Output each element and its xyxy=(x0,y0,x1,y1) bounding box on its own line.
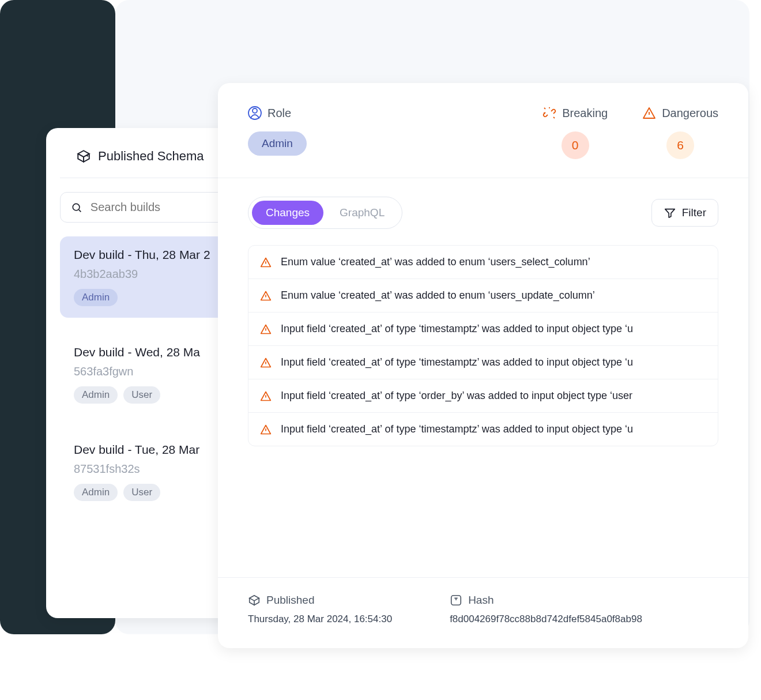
change-list: Enum value ‘created_at’ was added to enu… xyxy=(248,245,718,446)
footer-published: Published Thursday, 28 Mar 2024, 16:54:3… xyxy=(248,594,392,625)
change-text: Input field ‘created_at’ of type ‘timest… xyxy=(281,323,633,335)
role-label: Role xyxy=(268,107,291,120)
svg-point-0 xyxy=(73,204,80,210)
warning-icon xyxy=(260,357,272,368)
change-row[interactable]: Input field ‘created_at’ of type ‘timest… xyxy=(248,413,718,446)
role-tag: Admin xyxy=(74,484,118,501)
published-value: Thursday, 28 Mar 2024, 16:54:30 xyxy=(248,614,392,625)
change-text: Input field ‘created_at’ of type ‘timest… xyxy=(281,423,633,435)
filter-button[interactable]: Filter xyxy=(651,199,718,227)
breaking-count: 0 xyxy=(562,131,589,159)
schema-detail-panel: Role Admin Breaking 0 Dangerous xyxy=(218,83,748,648)
stats-row: Role Admin Breaking 0 Dangerous xyxy=(218,83,748,178)
change-row[interactable]: Enum value ‘created_at’ was added to enu… xyxy=(248,279,718,313)
warning-icon xyxy=(260,257,272,268)
stat-dangerous: Dangerous 6 xyxy=(642,106,718,159)
dangerous-count: 6 xyxy=(666,131,694,159)
warning-icon xyxy=(260,290,272,302)
hash-icon xyxy=(450,594,462,607)
toolbar: Changes GraphQL Filter xyxy=(218,178,748,245)
box-icon xyxy=(76,149,91,164)
warning-icon xyxy=(260,424,272,435)
tab-graphql[interactable]: GraphQL xyxy=(326,201,398,225)
sidebar-title: Published Schema xyxy=(98,149,204,164)
broken-link-icon xyxy=(543,106,556,120)
warning-icon xyxy=(260,323,272,335)
role-tag: User xyxy=(123,484,160,501)
change-row[interactable]: Input field ‘created_at’ of type ‘timest… xyxy=(248,346,718,379)
stat-role: Role Admin xyxy=(248,106,307,156)
warning-icon xyxy=(260,390,272,402)
hash-label: Hash xyxy=(468,594,493,607)
filter-icon xyxy=(664,206,676,219)
stat-breaking: Breaking 0 xyxy=(543,106,608,159)
change-row[interactable]: Input field ‘created_at’ of type ‘order_… xyxy=(248,379,718,413)
role-tag: Admin xyxy=(74,386,118,404)
tab-group: Changes GraphQL xyxy=(248,197,402,229)
warning-icon xyxy=(642,106,656,120)
role-tag: Admin xyxy=(74,289,118,306)
hash-value: f8d004269f78cc88b8d742dfef5845a0f8ab98 xyxy=(450,614,642,625)
tab-changes[interactable]: Changes xyxy=(252,201,323,225)
breaking-label: Breaking xyxy=(562,107,608,120)
role-pill[interactable]: Admin xyxy=(248,131,307,156)
change-text: Input field ‘created_at’ of type ‘timest… xyxy=(281,356,633,368)
filter-label: Filter xyxy=(682,206,706,219)
user-icon xyxy=(248,106,262,120)
svg-point-1 xyxy=(253,108,257,113)
dangerous-label: Dangerous xyxy=(662,107,718,120)
footer-hash: Hash f8d004269f78cc88b8d742dfef5845a0f8a… xyxy=(450,594,642,625)
role-tag: User xyxy=(123,386,160,404)
footer: Published Thursday, 28 Mar 2024, 16:54:3… xyxy=(218,577,748,648)
box-icon xyxy=(248,594,261,607)
change-text: Enum value ‘created_at’ was added to enu… xyxy=(281,256,590,268)
change-row[interactable]: Enum value ‘created_at’ was added to enu… xyxy=(248,246,718,279)
change-row[interactable]: Input field ‘created_at’ of type ‘timest… xyxy=(248,313,718,346)
search-icon xyxy=(71,201,82,214)
change-text: Enum value ‘created_at’ was added to enu… xyxy=(281,289,595,302)
change-text: Input field ‘created_at’ of type ‘order_… xyxy=(281,390,632,402)
published-label: Published xyxy=(266,594,314,607)
